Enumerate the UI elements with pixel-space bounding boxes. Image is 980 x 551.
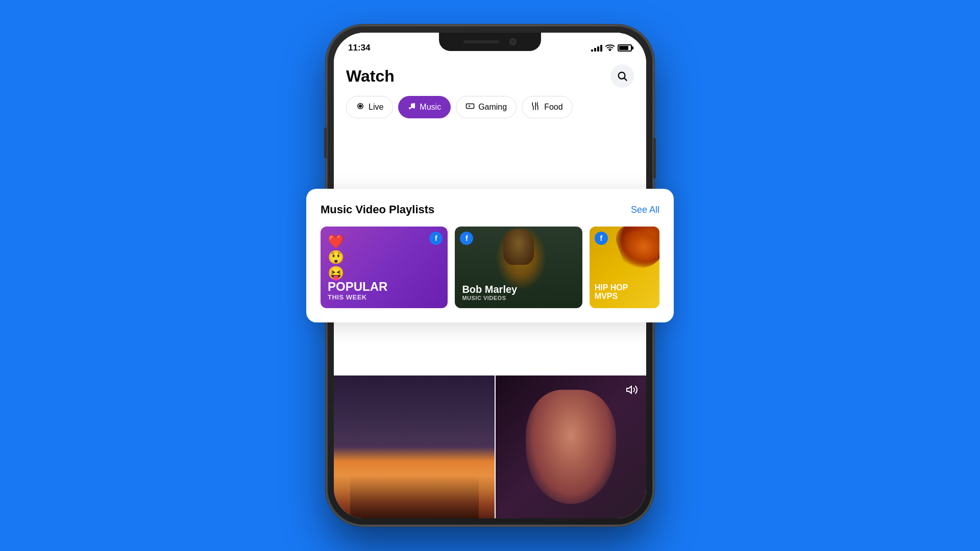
pill-gaming[interactable]: Gaming	[456, 96, 517, 118]
status-icons	[591, 44, 632, 53]
page-background: 11:34	[0, 0, 980, 551]
see-all-button[interactable]: See All	[631, 205, 659, 215]
svg-line-2	[624, 78, 627, 81]
status-time: 11:34	[348, 43, 370, 53]
food-icon	[531, 102, 541, 113]
facebook-icon-popular: f	[429, 232, 443, 245]
phone-notch	[439, 33, 541, 51]
notch-speaker	[463, 40, 499, 43]
notch-camera	[509, 38, 517, 45]
pill-live[interactable]: Live	[346, 96, 393, 118]
category-pills: Live Music	[346, 96, 634, 127]
popular-label-sub: THIS WEEK	[328, 293, 387, 301]
watch-title-row: Watch	[346, 64, 634, 88]
popular-emojis: ❤️😲😝	[328, 234, 344, 282]
bobmarley-label: Bob Marley MUSIC VIDEOS	[462, 284, 517, 301]
svg-point-1	[619, 72, 625, 79]
sound-icon[interactable]	[624, 382, 640, 398]
playlist-bobmarley[interactable]: f Bob Marley MUSIC VIDEOS	[455, 227, 582, 308]
signal-bar-3	[597, 46, 599, 52]
svg-point-0	[609, 50, 610, 51]
app-header: Watch	[334, 58, 646, 127]
search-button[interactable]	[610, 64, 634, 88]
music-icon	[408, 102, 416, 112]
page-title: Watch	[346, 67, 395, 86]
video-left	[334, 375, 495, 518]
search-icon	[617, 70, 628, 82]
playlist-hiphop[interactable]: f HIP HOPMVPs	[590, 227, 659, 308]
signal-icon	[591, 44, 602, 52]
facebook-icon-hiphop: f	[595, 232, 608, 245]
floating-card: Music Video Playlists See All f ❤️😲😝 POP…	[306, 189, 674, 322]
signal-bar-2	[594, 48, 596, 52]
pill-gaming-label: Gaming	[478, 103, 507, 112]
battery-fill	[619, 46, 628, 50]
hiphop-label: HIP HOPMVPs	[595, 283, 628, 301]
phone-container: 11:34	[327, 26, 653, 525]
pill-food-label: Food	[544, 103, 562, 112]
pill-music-label: Music	[420, 103, 441, 112]
pill-music[interactable]: Music	[398, 96, 451, 118]
bobmarley-label-sub: MUSIC VIDEOS	[462, 295, 517, 301]
card-title: Music Video Playlists	[321, 203, 434, 216]
bobmarley-label-main: Bob Marley	[462, 284, 517, 295]
svg-point-3	[359, 105, 362, 108]
speaker-icon	[626, 384, 638, 396]
live-icon	[356, 102, 365, 113]
pill-live-label: Live	[369, 103, 383, 112]
card-header: Music Video Playlists See All	[321, 203, 659, 216]
gaming-icon	[465, 102, 475, 113]
popular-label: POPULAR THIS WEEK	[328, 280, 387, 301]
bottom-video-area	[334, 375, 646, 518]
battery-icon	[618, 44, 632, 52]
video-right	[496, 375, 646, 518]
power-button	[653, 138, 656, 179]
volume-button	[324, 128, 327, 158]
playlist-popular[interactable]: f ❤️😲😝 POPULAR THIS WEEK	[321, 227, 448, 308]
popular-label-main: POPULAR	[328, 280, 387, 293]
pill-food[interactable]: Food	[522, 96, 572, 118]
signal-bar-4	[600, 45, 602, 52]
wifi-icon	[605, 44, 615, 53]
hiphop-label-main: HIP HOPMVPs	[595, 283, 628, 301]
signal-bar-1	[591, 49, 593, 52]
playlists-row: f ❤️😲😝 POPULAR THIS WEEK f Bob Marley MU…	[321, 227, 659, 308]
